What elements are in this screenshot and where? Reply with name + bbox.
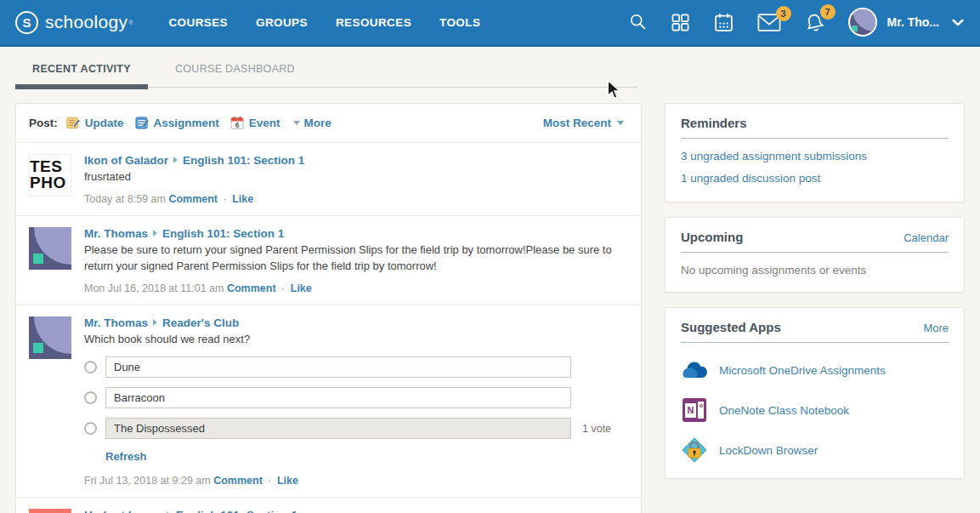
course-link[interactable]: English 101: Section 1 [183,154,304,167]
post-event-button[interactable]: 6 Event [230,116,280,130]
messages-icon[interactable]: 3 [757,14,781,31]
app-name: OneNote Class Notebook [719,404,849,417]
feed-item-poll: Mr. ThomasReader's Club Which book shoul… [16,305,641,498]
user-avatar[interactable] [848,8,877,37]
navbar-utilities: 3 7 Mr. Tho... [606,8,965,37]
top-navbar: S schoology ® COURSES GROUPS RESOURCES T… [0,0,980,47]
feed-item: Mr. ThomasEnglish 101: Section 1 Please … [16,215,641,305]
reminders-card: Reminders 3 ungraded assignment submissi… [665,103,965,202]
user-menu-name[interactable]: Mr. Tho... [887,15,939,29]
reminder-ungraded-assignments-link[interactable]: 3 ungraded assignment submissions [681,150,949,162]
poll-vote-count: 1 vote [582,423,611,435]
svg-text:6: 6 [235,121,239,129]
poll-refresh-link[interactable]: Refresh [105,450,146,463]
app-row-onedrive[interactable]: Microsoft OneDrive Assignments [681,357,949,383]
sort-caret-icon [617,121,624,125]
post-toolbar: Post: Update Assi [16,104,641,143]
onedrive-cloud-icon [681,357,708,383]
poll-radio[interactable] [84,422,97,435]
event-icon: 6 [230,116,245,130]
nav-link-tools[interactable]: TOOLS [439,16,480,29]
schoology-logo[interactable]: S schoology ® [15,11,133,34]
primary-nav: COURSES GROUPS RESOURCES TOOLS [168,16,508,29]
poll-radio[interactable] [84,361,97,373]
author-link[interactable]: Herbert Lopez [84,509,161,513]
like-link[interactable]: Like [277,475,298,487]
course-link[interactable]: English 101: Section 1 [176,509,297,513]
poll-radio[interactable] [84,391,97,404]
comment-link[interactable]: Comment [213,475,263,487]
author-link[interactable]: Ikon of Galador [84,154,168,167]
schoology-logo-icon: S [15,11,38,34]
course-link[interactable]: English 101: Section 1 [162,227,284,240]
tab-course-dashboard[interactable]: COURSE DASHBOARD [175,63,295,83]
post-update-button[interactable]: Update [66,116,124,130]
onenote-icon: N [681,397,708,423]
group-link[interactable]: Reader's Club [162,316,239,329]
suggested-apps-card: Suggested Apps More Microsoft OneDrive A… [665,307,965,479]
notifications-icon[interactable]: 7 [804,12,825,33]
tab-recent-activity[interactable]: RECENT ACTIVITY [15,63,148,83]
post-more-button[interactable]: More [292,117,331,129]
calendar-link[interactable]: Calendar [904,231,949,244]
app-name: Microsoft OneDrive Assignments [719,364,886,377]
timestamp: Today at 8:59 am [84,193,166,205]
poll-option: Dune [84,356,628,378]
nav-link-resources[interactable]: RESOURCES [336,16,411,29]
more-caret-icon [293,121,300,125]
post-footer: Fri Jul 13, 2018 at 9:29 am Comment · Li… [84,475,628,487]
upcoming-card: Upcoming Calendar No upcoming assignment… [665,217,965,293]
avatar[interactable] [29,316,71,359]
post-footer: Today at 8:59 am Comment · Like [84,193,628,205]
post-header: Herbert LopezEnglish 101: Section 1 [84,509,628,513]
author-link[interactable]: Mr. Thomas [84,227,148,240]
app-name: LockDown Browser [719,444,818,457]
app-row-lockdown-browser[interactable]: LockDown Browser [681,437,949,463]
nav-link-groups[interactable]: GROUPS [256,16,308,29]
comment-link[interactable]: Comment [168,193,218,205]
calendar-icon[interactable] [713,12,734,33]
reminder-ungraded-discussion-link[interactable]: 1 ungraded discussion post [681,172,949,185]
upcoming-empty-message: No upcoming assignments or events [681,264,949,276]
sort-most-recent-dropdown[interactable]: Most Recent [543,117,628,129]
search-icon[interactable] [629,13,648,31]
app-grid-icon[interactable] [671,13,690,32]
breadcrumb-arrow-icon [173,157,178,163]
comment-link[interactable]: Comment [227,282,276,294]
author-link[interactable]: Mr. Thomas [84,316,148,329]
lockdown-browser-icon [681,437,708,463]
timestamp: Mon Jul 16, 2018 at 11:01 am [84,282,224,294]
chevron-down-icon[interactable] [951,17,965,28]
avatar[interactable] [29,227,71,270]
post-header: Mr. ThomasEnglish 101: Section 1 [84,227,628,240]
poll-question: Which book should we read next? [84,332,628,348]
assignment-icon [135,116,150,130]
poll-option: Barracoon [84,387,628,408]
messages-badge: 3 [776,6,791,21]
upcoming-title: Upcoming [681,230,743,244]
divider [681,252,949,253]
dashboard-tabbar: RECENT ACTIVITY COURSE DASHBOARD [0,47,980,90]
app-row-onenote[interactable]: N OneNote Class Notebook [681,397,949,423]
reminders-title: Reminders [681,116,747,130]
post-header: Ikon of GaladorEnglish 101: Section 1 [84,154,628,167]
breadcrumb-arrow-icon [153,319,157,326]
feed-item: TES PHO Ikon of GaladorEnglish 101: Sect… [16,143,641,215]
nav-link-courses[interactable]: COURSES [168,16,228,29]
suggested-apps-title: Suggested Apps [681,320,781,334]
divider [681,342,949,343]
right-sidebar: Reminders 3 ungraded assignment submissi… [665,103,965,479]
like-link[interactable]: Like [291,282,312,294]
post-label: Post: [29,117,58,129]
avatar[interactable] [29,509,71,513]
breadcrumb-arrow-icon [153,230,157,237]
like-link[interactable]: Like [232,193,253,205]
notifications-badge: 7 [820,4,836,20]
post-assignment-button[interactable]: Assignment [135,116,219,130]
poll-option-label: Barracoon [105,387,571,408]
post-header: Mr. ThomasReader's Club [84,316,628,329]
poll: Dune Barracoon The Dispossessed 1 vote R… [84,356,628,467]
suggested-apps-more-link[interactable]: More [923,322,949,334]
activity-feed-card: Post: Update Assi [15,103,642,513]
avatar[interactable]: TES PHO [29,154,71,197]
